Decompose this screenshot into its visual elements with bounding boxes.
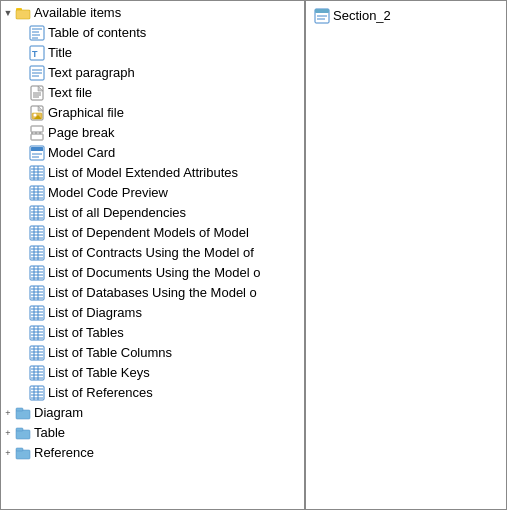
svg-text:T: T xyxy=(32,49,38,59)
diagram-expand-icon[interactable]: + xyxy=(3,408,13,418)
model-code-preview-icon xyxy=(29,185,45,201)
svg-rect-119 xyxy=(16,450,30,459)
table-of-contents-icon xyxy=(29,25,45,41)
model-code-preview-label: Model Code Preview xyxy=(48,184,168,202)
list-item[interactable]: ▶ Text paragraph xyxy=(1,63,304,83)
list-item[interactable]: ▶ T Title xyxy=(1,43,304,63)
list-databases-label: List of Databases Using the Model o xyxy=(48,284,257,302)
list-item[interactable]: ▶ List of Databases Using the Model o xyxy=(1,283,304,303)
svg-rect-28 xyxy=(31,147,43,151)
table-expand-icon[interactable]: + xyxy=(3,428,13,438)
list-item[interactable]: ▶ List of References xyxy=(1,383,304,403)
list-item[interactable]: ▶ Page break xyxy=(1,123,304,143)
list-references-label: List of References xyxy=(48,384,153,402)
list-table-columns-label: List of Table Columns xyxy=(48,344,172,362)
list-table-keys-icon xyxy=(29,365,45,381)
list-item[interactable]: ▶ Model Card xyxy=(1,143,304,163)
section2-label: Section_2 xyxy=(333,7,391,25)
svg-rect-118 xyxy=(16,428,23,431)
svg-point-22 xyxy=(34,114,37,117)
list-item[interactable]: ▶ List of Documents Using the Model o xyxy=(1,263,304,283)
page-break-icon xyxy=(29,125,45,141)
graphical-file-icon xyxy=(29,105,45,121)
list-contracts-label: List of Contracts Using the Model of xyxy=(48,244,254,262)
list-item[interactable]: ▶ List of Table Columns xyxy=(1,343,304,363)
main-container: ▼ Available items ▶ T xyxy=(0,0,507,510)
text-file-label: Text file xyxy=(48,84,92,102)
list-contracts-icon xyxy=(29,245,45,261)
model-card-label: Model Card xyxy=(48,144,115,162)
list-item[interactable]: ▶ List of Diagrams xyxy=(1,303,304,323)
list-diagrams-icon xyxy=(29,305,45,321)
list-all-deps-label: List of all Dependencies xyxy=(48,204,186,222)
list-item[interactable]: ▶ List of Dependent Models of Model xyxy=(1,223,304,243)
text-paragraph-label: Text paragraph xyxy=(48,64,135,82)
reference-tree-item[interactable]: + Reference xyxy=(1,443,304,463)
table-of-contents-label: Table of contents xyxy=(48,24,146,42)
list-item[interactable]: ▶ Graphical file xyxy=(1,103,304,123)
table-label: Table xyxy=(34,424,65,442)
list-tables-icon xyxy=(29,325,45,341)
tree-root: ▼ Available items ▶ T xyxy=(1,1,304,465)
list-item[interactable]: ▶ List of Contracts Using the Model of xyxy=(1,243,304,263)
list-diagrams-label: List of Diagrams xyxy=(48,304,142,322)
svg-rect-2 xyxy=(16,10,30,19)
page-break-label: Page break xyxy=(48,124,115,142)
svg-rect-117 xyxy=(16,430,30,439)
section2-item[interactable]: Section_2 xyxy=(310,5,502,27)
list-item[interactable]: ▶ Model Code Preview xyxy=(1,183,304,203)
list-item[interactable]: ▶ List of Tables xyxy=(1,323,304,343)
list-model-ext-label: List of Model Extended Attributes xyxy=(48,164,238,182)
list-databases-icon xyxy=(29,285,45,301)
svg-rect-24 xyxy=(31,126,43,132)
table-tree-item[interactable]: + Table xyxy=(1,423,304,443)
text-file-icon xyxy=(29,85,45,101)
diagram-label: Diagram xyxy=(34,404,83,422)
text-paragraph-icon xyxy=(29,65,45,81)
list-references-icon xyxy=(29,385,45,401)
svg-rect-116 xyxy=(16,408,23,411)
list-item[interactable]: ▶ List of all Dependencies xyxy=(1,203,304,223)
list-table-keys-label: List of Table Keys xyxy=(48,364,150,382)
section2-icon xyxy=(314,8,330,24)
reference-label: Reference xyxy=(34,444,94,462)
list-tables-label: List of Tables xyxy=(48,324,124,342)
table-folder-icon xyxy=(15,425,31,441)
list-item[interactable]: ▶ Text file xyxy=(1,83,304,103)
svg-rect-122 xyxy=(315,9,329,13)
root-expand-icon: ▼ xyxy=(3,8,13,18)
diagram-folder-icon xyxy=(15,405,31,421)
diagram-tree-item[interactable]: + Diagram xyxy=(1,403,304,423)
list-item[interactable]: ▶ Table of contents xyxy=(1,23,304,43)
right-panel: Section_2 xyxy=(306,1,506,509)
reference-expand-icon[interactable]: + xyxy=(3,448,13,458)
list-dep-models-icon xyxy=(29,225,45,241)
graphical-file-label: Graphical file xyxy=(48,104,124,122)
list-item[interactable]: ▶ List of Table Keys xyxy=(1,363,304,383)
list-model-ext-icon xyxy=(29,165,45,181)
title-icon: T xyxy=(29,45,45,61)
title-label: Title xyxy=(48,44,72,62)
list-dep-models-label: List of Dependent Models of Model xyxy=(48,224,249,242)
reference-folder-icon xyxy=(15,445,31,461)
list-table-columns-icon xyxy=(29,345,45,361)
left-panel[interactable]: ▼ Available items ▶ T xyxy=(1,1,306,509)
tree-header: ▼ Available items xyxy=(1,3,304,23)
list-documents-label: List of Documents Using the Model o xyxy=(48,264,260,282)
list-item[interactable]: ▶ List of Model Extended Attributes xyxy=(1,163,304,183)
svg-rect-120 xyxy=(16,448,23,451)
svg-rect-26 xyxy=(31,134,43,140)
folder-icon xyxy=(15,5,31,21)
available-items-label: Available items xyxy=(34,4,121,22)
list-documents-icon xyxy=(29,265,45,281)
list-all-deps-icon xyxy=(29,205,45,221)
svg-rect-115 xyxy=(16,410,30,419)
model-card-icon xyxy=(29,145,45,161)
